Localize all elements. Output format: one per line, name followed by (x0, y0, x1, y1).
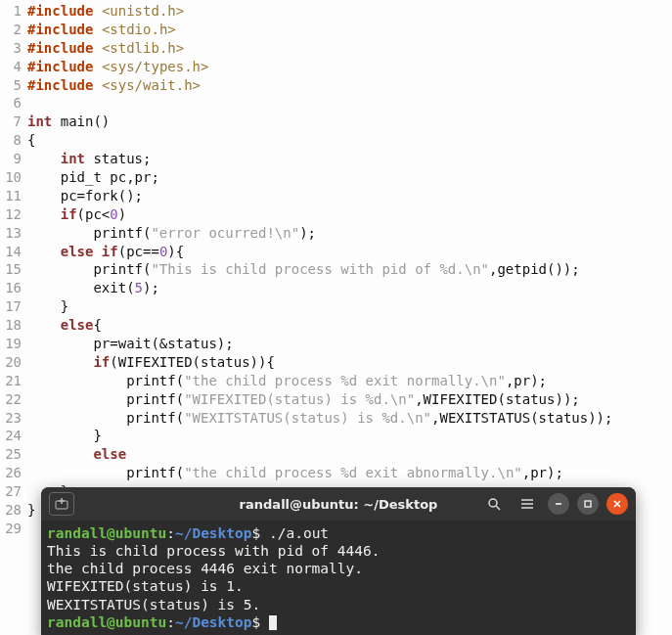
code-line[interactable]: 3#include <stdlib.h> (0, 39, 672, 58)
svg-rect-9 (585, 501, 591, 507)
code-content[interactable]: { (27, 131, 672, 150)
code-line[interactable]: 17 } (0, 297, 672, 316)
code-line[interactable]: 11 pc=fork(); (0, 187, 672, 205)
code-line[interactable]: 1#include <unistd.h> (0, 2, 672, 21)
code-content[interactable]: printf("the child process %d exit abnorm… (27, 464, 672, 482)
code-line[interactable]: 2#include <stdio.h> (0, 21, 672, 39)
code-content[interactable]: else{ (27, 316, 672, 335)
code-line[interactable]: 14 else if(pc==0){ (0, 243, 672, 261)
line-number: 2 (0, 21, 27, 39)
code-line[interactable]: 4#include <sys/types.h> (0, 58, 672, 76)
new-tab-icon (55, 498, 68, 510)
minimize-button[interactable] (548, 493, 569, 515)
line-number: 20 (0, 353, 27, 372)
code-content[interactable]: #include <unistd.h> (27, 2, 672, 21)
line-number: 5 (0, 76, 27, 95)
prompt-user: randall@ubuntu (47, 614, 166, 630)
code-content[interactable]: printf("WEXITSTATUS(status) is %d.\n",WE… (27, 409, 672, 428)
terminal-output: This is child process with pid of 4446. (47, 542, 630, 560)
code-line[interactable]: 21 printf("the child process %d exit nor… (0, 372, 672, 390)
line-number: 11 (0, 187, 27, 205)
code-line[interactable]: 20 if(WIFEXITED(status)){ (0, 353, 672, 372)
hamburger-icon (520, 498, 534, 510)
terminal-window: randall@ubuntu: ~/Desktop (41, 487, 636, 635)
code-content[interactable]: #include <sys/types.h> (27, 58, 672, 76)
search-button[interactable] (481, 491, 507, 517)
code-content[interactable]: exit(5); (27, 279, 672, 297)
code-line[interactable]: 12 if(pc<0) (0, 205, 672, 224)
code-content[interactable]: int main() (27, 113, 672, 131)
line-number: 21 (0, 372, 27, 390)
maximize-button[interactable] (577, 493, 599, 515)
line-number: 22 (0, 390, 27, 409)
code-content[interactable]: #include <stdlib.h> (27, 39, 672, 58)
code-line[interactable]: 22 printf("WIFEXITED(status) is %d.\n",W… (0, 390, 672, 409)
code-line[interactable]: 6 (0, 94, 672, 113)
code-editor[interactable]: 1#include <unistd.h>2#include <stdio.h>3… (0, 0, 672, 540)
prompt-path: ~/Desktop (175, 525, 252, 541)
code-content[interactable]: printf("error ocurred!\n"); (27, 224, 672, 243)
code-content[interactable]: else (27, 445, 672, 464)
code-content[interactable]: if(WIFEXITED(status)){ (27, 353, 672, 372)
line-number: 24 (0, 427, 27, 445)
line-number: 8 (0, 131, 27, 150)
code-content[interactable]: #include <sys/wait.h> (27, 76, 672, 95)
line-number: 6 (0, 94, 27, 113)
code-content[interactable]: printf("This is child process with pid o… (27, 260, 672, 279)
close-button[interactable] (606, 493, 628, 515)
code-line[interactable]: 25 else (0, 445, 672, 464)
search-icon (487, 497, 501, 511)
code-content[interactable]: #include <stdio.h> (27, 21, 672, 39)
code-line[interactable]: 10 pid_t pc,pr; (0, 168, 672, 187)
code-content[interactable]: printf("WIFEXITED(status) is %d.\n",WIFE… (27, 390, 672, 409)
code-content[interactable]: pid_t pc,pr; (27, 168, 672, 187)
code-line[interactable]: 24 } (0, 427, 672, 445)
code-line[interactable]: 16 exit(5); (0, 279, 672, 297)
line-number: 10 (0, 168, 27, 187)
prompt-dollar: $ (252, 525, 261, 541)
code-content[interactable]: pr=wait(&status); (27, 335, 672, 353)
terminal-line: randall@ubuntu:~/Desktop$ ./a.out (47, 524, 630, 542)
line-number: 14 (0, 243, 27, 261)
menu-button[interactable] (515, 491, 540, 517)
code-content[interactable] (27, 94, 672, 113)
command-text: ./a.out (260, 525, 329, 541)
code-content[interactable]: } (27, 427, 672, 445)
line-number: 18 (0, 316, 27, 335)
code-content[interactable]: printf("the child process %d exit normal… (27, 372, 672, 390)
line-number: 29 (0, 520, 27, 538)
code-line[interactable]: 18 else{ (0, 316, 672, 335)
code-content[interactable]: int status; (27, 150, 672, 168)
line-number: 9 (0, 150, 27, 168)
line-number: 1 (0, 2, 27, 21)
code-line[interactable]: 13 printf("error ocurred!\n"); (0, 224, 672, 243)
svg-line-4 (496, 506, 500, 510)
prompt-user: randall@ubuntu (47, 525, 166, 541)
line-number: 15 (0, 260, 27, 279)
code-line[interactable]: 23 printf("WEXITSTATUS(status) is %d.\n"… (0, 409, 672, 428)
line-number: 16 (0, 279, 27, 297)
minimize-icon (554, 499, 563, 509)
code-line[interactable]: 7int main() (0, 113, 672, 131)
code-line[interactable]: 5#include <sys/wait.h> (0, 76, 672, 95)
svg-point-3 (489, 499, 497, 507)
terminal-titlebar: randall@ubuntu: ~/Desktop (41, 487, 636, 521)
line-number: 17 (0, 297, 27, 316)
code-content[interactable]: pc=fork(); (27, 187, 672, 205)
line-number: 23 (0, 409, 27, 428)
code-line[interactable]: 19 pr=wait(&status); (0, 335, 672, 353)
cursor (269, 615, 277, 630)
code-line[interactable]: 9 int status; (0, 150, 672, 168)
code-line[interactable]: 15 printf("This is child process with pi… (0, 260, 672, 279)
code-line[interactable]: 26 printf("the child process %d exit abn… (0, 464, 672, 482)
terminal-output: WEXITSTATUS(status) is 5. (47, 596, 630, 613)
line-number: 28 (0, 501, 27, 520)
code-content[interactable]: else if(pc==0){ (27, 243, 672, 261)
line-number: 13 (0, 224, 27, 243)
terminal-body[interactable]: randall@ubuntu:~/Desktop$ ./a.out This i… (41, 521, 636, 635)
new-tab-button[interactable] (49, 492, 74, 516)
prompt-path: ~/Desktop (175, 614, 252, 630)
code-line[interactable]: 8{ (0, 131, 672, 150)
code-content[interactable]: if(pc<0) (27, 205, 672, 224)
code-content[interactable]: } (27, 297, 672, 316)
